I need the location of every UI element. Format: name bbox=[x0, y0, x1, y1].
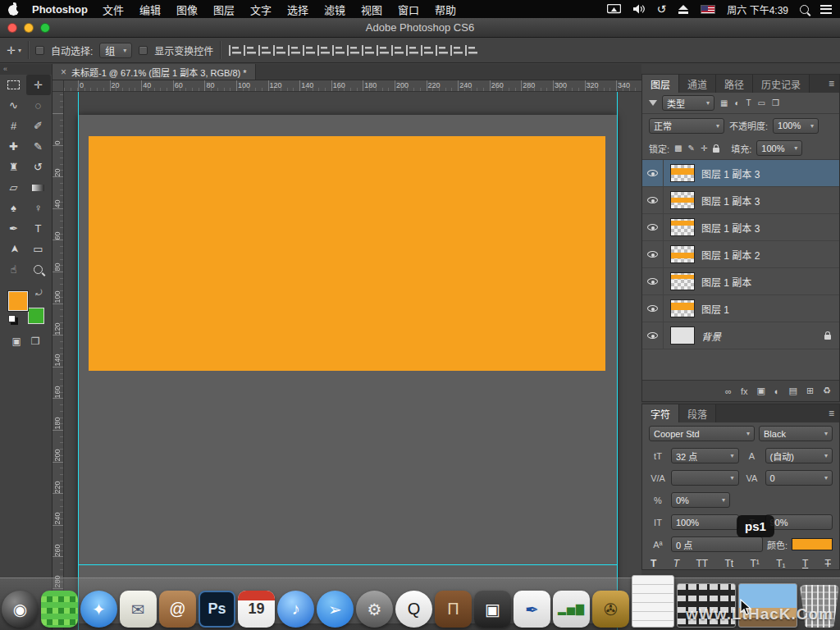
auto-select-checkbox[interactable] bbox=[35, 46, 44, 55]
filter-type-layers-icon[interactable]: T bbox=[746, 98, 752, 107]
eraser-tool[interactable]: ▱ bbox=[2, 177, 26, 198]
dock-contacts-icon[interactable]: @ bbox=[159, 591, 196, 628]
new-group-icon[interactable]: ▤ bbox=[789, 386, 797, 396]
auto-align-layers-icon[interactable] bbox=[406, 45, 418, 56]
filter-kind-dropdown[interactable]: 类型 ▾ bbox=[662, 95, 714, 111]
dock-chart-icon[interactable]: ▂▅▇ bbox=[553, 591, 590, 628]
lock-all-icon[interactable] bbox=[713, 148, 719, 153]
zoom-window-button[interactable] bbox=[40, 23, 50, 33]
layer-row[interactable]: 背景 bbox=[642, 322, 839, 349]
filter-adjustment-layers-icon[interactable]: ◐ bbox=[733, 98, 740, 107]
filter-smart-objects-icon[interactable]: ❐ bbox=[771, 98, 780, 107]
layer-thumbnail[interactable] bbox=[670, 245, 695, 263]
gradient-tool[interactable] bbox=[26, 177, 51, 198]
foreground-color-swatch[interactable] bbox=[8, 291, 28, 311]
align-right-edges-icon[interactable] bbox=[303, 45, 315, 56]
align-top-edges-icon[interactable] bbox=[229, 45, 241, 56]
lock-position-icon[interactable]: ✛ bbox=[701, 144, 707, 153]
guide-right[interactable] bbox=[617, 92, 618, 630]
window-titlebar[interactable]: Adobe Photoshop CS6 bbox=[0, 18, 840, 38]
3d-mode-roll-icon[interactable] bbox=[436, 45, 448, 56]
dock-itunes-icon[interactable]: ♪ bbox=[277, 591, 314, 628]
menubar-item[interactable]: 编辑 bbox=[139, 2, 161, 17]
horizontal-scale-field[interactable]: 90% bbox=[765, 514, 833, 530]
close-document-icon[interactable]: × bbox=[61, 66, 66, 78]
default-colors-icon[interactable] bbox=[8, 315, 16, 322]
distribute-horizontal-centers-icon[interactable] bbox=[377, 45, 389, 56]
rectangle-tool[interactable]: ▭ bbox=[26, 239, 51, 259]
layer-row[interactable]: 图层 1 副本 3 bbox=[642, 160, 839, 187]
layer-thumbnail[interactable] bbox=[670, 191, 695, 209]
layer-visibility-toggle[interactable] bbox=[642, 295, 664, 322]
quick-selection-tool[interactable]: ◌ bbox=[26, 95, 51, 116]
layer-thumbnail[interactable] bbox=[670, 299, 695, 317]
filter-shape-layers-icon[interactable]: ▭ bbox=[757, 98, 766, 107]
eyedropper-tool[interactable]: ✐ bbox=[26, 116, 51, 136]
close-window-button[interactable] bbox=[7, 23, 17, 33]
guide-left[interactable] bbox=[78, 92, 79, 630]
align-left-edges-icon[interactable] bbox=[273, 45, 285, 56]
panel-tab[interactable]: 字符 bbox=[642, 404, 679, 422]
faux-italic-icon[interactable]: T bbox=[673, 558, 679, 569]
3d-mode-slide-icon[interactable] bbox=[465, 45, 477, 56]
dock-pixel-grid-icon[interactable] bbox=[41, 591, 78, 628]
3d-mode-rotate-icon[interactable] bbox=[421, 45, 433, 56]
panel-tab[interactable]: 历史记录 bbox=[753, 75, 810, 93]
3d-mode-drag-icon[interactable] bbox=[450, 45, 463, 56]
dock-camera-orb-icon[interactable]: ◉ bbox=[2, 591, 39, 628]
superscript-icon[interactable]: T¹ bbox=[750, 558, 759, 569]
panel-menu-icon[interactable]: ≡ bbox=[824, 75, 839, 93]
layer-thumbnail[interactable] bbox=[670, 218, 695, 236]
vertical-scale-field[interactable]: 100% bbox=[671, 514, 739, 530]
minimize-window-button[interactable] bbox=[24, 23, 34, 33]
quick-mask-icon[interactable]: ▣ bbox=[11, 336, 21, 347]
zoom-tool[interactable] bbox=[26, 259, 51, 280]
layer-row[interactable]: 图层 1 副本 3 bbox=[642, 187, 839, 214]
distribute-top-edges-icon[interactable] bbox=[317, 45, 330, 56]
hand-tool[interactable]: ☝ bbox=[2, 259, 26, 280]
dock-system-preferences-icon[interactable]: ⚙ bbox=[356, 591, 393, 628]
text-color-swatch[interactable] bbox=[792, 538, 833, 550]
menubar-item[interactable]: 文件 bbox=[103, 2, 124, 17]
font-family-dropdown[interactable]: Cooper Std ▾ bbox=[649, 426, 755, 441]
background-color-swatch[interactable] bbox=[28, 308, 44, 324]
layer-thumbnail[interactable] bbox=[670, 326, 695, 345]
panel-tab[interactable]: 通道 bbox=[679, 75, 716, 93]
opacity-field[interactable]: 100% ▾ bbox=[773, 118, 819, 134]
layer-row[interactable]: 图层 1 bbox=[642, 295, 839, 322]
layer-thumbnail[interactable] bbox=[670, 164, 695, 182]
menubar-item[interactable]: 选择 bbox=[287, 2, 308, 17]
kerning-field[interactable]: ▾ bbox=[671, 470, 739, 486]
apple-menu-icon[interactable] bbox=[8, 3, 19, 16]
dock-document-icon[interactable] bbox=[632, 575, 674, 628]
distribute-bottom-edges-icon[interactable] bbox=[347, 45, 359, 56]
panel-tab[interactable]: 段落 bbox=[679, 404, 716, 422]
filter-pixel-layers-icon[interactable]: ▦ bbox=[719, 98, 728, 107]
layer-row[interactable]: 图层 1 副本 3 bbox=[642, 214, 839, 241]
collapse-tools-icon[interactable]: « bbox=[0, 64, 52, 75]
document-canvas[interactable] bbox=[78, 115, 617, 623]
blend-mode-dropdown[interactable]: 正常 ▾ bbox=[649, 118, 724, 134]
align-bottom-edges-icon[interactable] bbox=[258, 45, 271, 56]
lock-transparency-icon[interactable]: ▩ bbox=[674, 144, 682, 153]
orange-rectangle-layer[interactable] bbox=[89, 136, 605, 371]
all-caps-icon[interactable]: TT bbox=[696, 558, 708, 569]
tracking-field[interactable]: 0 ▾ bbox=[765, 470, 833, 486]
vertical-ruler[interactable]: 0 20 40 60 80 100 120 140 160 bbox=[52, 92, 64, 630]
menubar-item[interactable]: 图像 bbox=[176, 2, 198, 17]
add-layer-mask-icon[interactable]: ▣ bbox=[756, 386, 765, 396]
time-machine-icon[interactable]: ↺ bbox=[657, 5, 667, 14]
strikethrough-icon[interactable]: T bbox=[825, 558, 831, 569]
lock-image-icon[interactable]: ✎ bbox=[688, 144, 695, 153]
leading-field[interactable]: (自动) ▾ bbox=[765, 448, 833, 463]
document-tab[interactable]: × 未标题-1 @ 67.1% (图层 1 副本 3, RGB/8) * bbox=[52, 64, 256, 80]
tool-preset-picker[interactable]: ✛ ▾ bbox=[7, 44, 21, 57]
guide-bottom[interactable] bbox=[78, 564, 618, 565]
dock-mail-icon[interactable]: ✉ bbox=[120, 591, 157, 628]
menubar-item[interactable]: 窗口 bbox=[398, 2, 419, 17]
layer-visibility-toggle[interactable] bbox=[642, 214, 664, 240]
input-language-flag-icon[interactable] bbox=[701, 5, 715, 14]
layer-visibility-toggle[interactable] bbox=[642, 322, 664, 349]
layer-visibility-toggle[interactable] bbox=[642, 187, 664, 213]
distribute-vertical-centers-icon[interactable] bbox=[332, 45, 345, 56]
